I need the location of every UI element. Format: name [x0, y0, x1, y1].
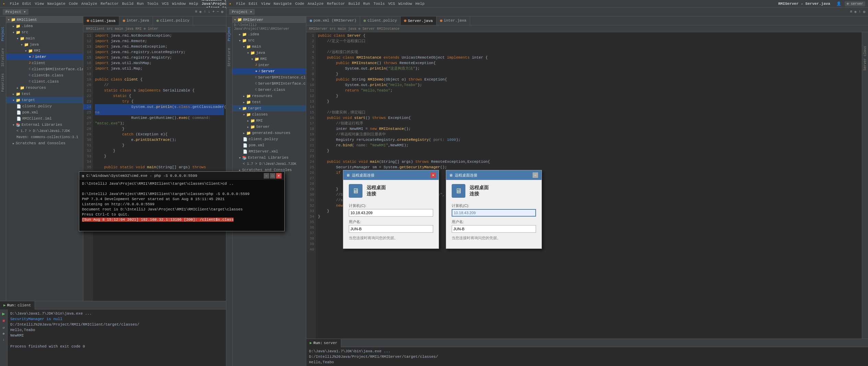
right-tree-classes[interactable]: ▾📁classes [233, 111, 306, 118]
favorites-side-label[interactable]: Favorites [1, 73, 5, 92]
right-tree-server[interactable]: ●JServer [233, 68, 306, 74]
tree-rmi[interactable]: ▾📁RMI [6, 48, 83, 54]
menu-tools-right[interactable]: Tools [373, 2, 385, 6]
right-tree-generated[interactable]: ▸📁generated-sources [233, 130, 306, 136]
menu-build-right[interactable]: Build [348, 2, 360, 6]
menu-help-left[interactable]: Help [189, 2, 198, 6]
down-icon[interactable]: ↓ [208, 10, 211, 14]
left-code-text[interactable]: import java.rmi.NotBoundException; impor… [93, 32, 226, 301]
right-tree-rmi[interactable]: ▾📁RMI [233, 56, 306, 62]
menu-build-left[interactable]: Build [122, 2, 133, 6]
menu-analyze-right[interactable]: Analyze [308, 2, 323, 6]
right-project-selector[interactable]: Project ▾ [229, 9, 255, 15]
right-settings-icon[interactable]: ≡ [850, 10, 853, 14]
menu-edit-left[interactable]: Edit [22, 2, 31, 6]
tree-inter[interactable]: ●Jinter [6, 54, 83, 60]
right-tree-java[interactable]: ▾📁java [233, 50, 306, 56]
tab-inter-java[interactable]: inter.java [119, 16, 153, 25]
menu-tools-left[interactable]: Tools [147, 2, 158, 6]
tree-test[interactable]: ▸📁test [6, 91, 83, 97]
right-tree-jdk[interactable]: < 1.7 > D:\Java\Java1.7JDK [233, 161, 306, 167]
tree-external-libs[interactable]: ▾📚External Libraries [6, 122, 83, 128]
expand-icon[interactable]: + [212, 10, 215, 14]
menu-window-right[interactable]: Window [399, 2, 412, 6]
right-tree-inter[interactable]: Jinter [233, 62, 306, 68]
filter-btn[interactable]: ⊛ [2, 332, 4, 336]
settings-icon[interactable]: ≡ [195, 10, 198, 14]
menu-window-left[interactable]: Window [172, 2, 186, 6]
tree-client-policy[interactable]: 📄client.policy [6, 103, 83, 109]
tree-client-class[interactable]: Cclient.class [6, 78, 83, 85]
tree-main[interactable]: ▾📁main [6, 35, 83, 41]
menu-file-left[interactable]: File [10, 2, 19, 6]
menu-navigate-right[interactable]: Navigate [274, 2, 292, 6]
menu-navigate-left[interactable]: Navigate [47, 2, 66, 6]
tree-pom[interactable]: 📄pom.xml [6, 109, 83, 115]
tree-scratches[interactable]: ▸Scratches and Consoles [6, 140, 83, 146]
cmd-minimize-btn[interactable]: − [264, 173, 269, 179]
tree-rmiclient-iml[interactable]: 📄RMIClient.iml [6, 115, 83, 122]
right-tree-server-class[interactable]: CServer.class [233, 87, 306, 93]
remote-minimize-2[interactable]: − [533, 172, 538, 178]
run-tab-right[interactable]: ▶ Run: server [306, 339, 341, 347]
tree-idea[interactable]: ▸📁.idea [6, 23, 83, 29]
structure-side-label[interactable]: Structure [1, 48, 5, 66]
right-tree-extlibs[interactable]: ▾📚External Libraries [233, 155, 306, 161]
rerun-btn[interactable]: ↺ [2, 326, 4, 330]
right-up-icon[interactable]: ↑ [859, 10, 861, 14]
right-tree-rmiserverxml[interactable]: 📄RMIServer.xml [233, 148, 306, 155]
right-tree-server-rmiinterface[interactable]: CServer$RMIInterface.class [233, 81, 306, 87]
tab-pom-xml[interactable]: pom.xml (RMIServer) [306, 16, 360, 25]
gear-icon[interactable]: ⚙ [221, 10, 223, 14]
remote-user-input-2[interactable] [452, 225, 536, 233]
right-tree-clientpolicy[interactable]: 📄client.policy [233, 136, 306, 142]
tree-java[interactable]: ▾📁java [6, 41, 83, 48]
cmd-close-btn[interactable]: ✕ [276, 173, 282, 179]
right-add-icon[interactable]: ⊕ [854, 10, 857, 14]
menu-refactor-right[interactable]: Refactor [327, 2, 345, 6]
right-tree-target[interactable]: ▾📁target [233, 105, 306, 111]
left-code-editor[interactable]: 1112131415 1617181920 2122232425 2627282… [83, 32, 226, 301]
tab-client-policy[interactable]: client.policy [153, 16, 193, 25]
remote-computer-input-2[interactable] [452, 209, 536, 217]
right-tree-pomxml[interactable]: 📄pom.xml [233, 142, 306, 148]
tree-target[interactable]: ▾📁target [6, 97, 83, 103]
right-structure-label[interactable]: Structure [227, 48, 231, 66]
run-tab-left[interactable]: ▶ Run: client [0, 301, 35, 309]
menu-edit-right[interactable]: Edit [249, 2, 258, 6]
tab-server-java[interactable]: Server.java [401, 16, 437, 25]
menu-code-left[interactable]: Code [69, 2, 78, 6]
menu-code-right[interactable]: Code [295, 2, 304, 6]
right-tree-classes-rmi[interactable]: ▸📁RMI [233, 118, 306, 124]
right-tree-classes-server[interactable]: ▸📁Server [233, 124, 306, 130]
tree-resources[interactable]: ▸📁resources [6, 85, 83, 91]
tree-src[interactable]: ▾📁src [6, 29, 83, 35]
project-side-label[interactable]: Project [1, 27, 5, 41]
menu-file-right[interactable]: File [236, 2, 245, 6]
right-gear-icon[interactable]: ⚙ [863, 10, 865, 14]
menu-run-left[interactable]: Run [137, 2, 144, 6]
right-tree-test[interactable]: ▸📁test [233, 99, 306, 105]
tab-right-policy[interactable]: client.policy [360, 16, 401, 25]
menu-vcs-left[interactable]: VCS [162, 2, 169, 6]
up-icon[interactable]: ↑ [204, 10, 206, 14]
scroll-btn[interactable]: ↓ [2, 338, 4, 342]
menu-help-right[interactable]: Help [415, 2, 424, 6]
run-btn[interactable]: ▶ [2, 311, 5, 317]
project-selector[interactable]: Project ▾ [3, 9, 28, 15]
remote-computer-input-1[interactable] [349, 209, 433, 217]
tab-right-inter[interactable]: inter.java [437, 16, 470, 25]
menu-analyze-left[interactable]: Analyze [81, 2, 97, 6]
menu-view-left[interactable]: View [35, 2, 44, 6]
tab-client-java[interactable]: client.java [83, 16, 119, 25]
tree-commons[interactable]: Maven: commons-collections:3.1 [6, 134, 83, 140]
stop-btn[interactable]: ■ [2, 319, 5, 324]
cmd-maximize-btn[interactable]: □ [270, 173, 275, 179]
remote-close-1[interactable]: ✕ [430, 172, 436, 178]
right-tree-server-rmiinstance[interactable]: CServer$RMIInstance.class [233, 74, 306, 81]
tree-clients[interactable]: Cclient$s.class [6, 72, 83, 78]
add-icon[interactable]: ⊕ [199, 10, 202, 14]
menu-vcs-right[interactable]: VCS [388, 2, 395, 6]
tree-client[interactable]: Jclient [6, 60, 83, 66]
menu-refactor-left[interactable]: Refactor [100, 2, 119, 6]
